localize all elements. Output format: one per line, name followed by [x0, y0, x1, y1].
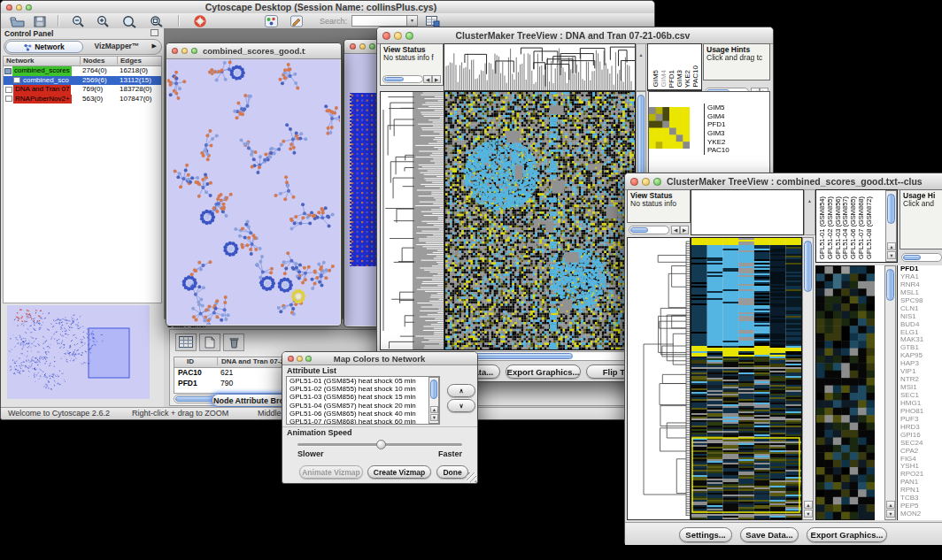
animate-vizmap-button[interactable]: Animate Vizmap	[299, 465, 363, 479]
minimize-icon[interactable]	[297, 356, 303, 362]
network-name[interactable]: combined_sco	[21, 76, 71, 86]
attribute-list-item[interactable]: GPL51-04 (GSM857) heat shock 20 min	[287, 402, 429, 410]
export-graphics-button[interactable]: Export Graphics...	[807, 527, 887, 542]
main-titlebar[interactable]: Cytoscape Desktop (Session Name: collins…	[1, 1, 654, 14]
move-up-button[interactable]: ∧	[447, 384, 475, 397]
gene-list-item[interactable]: PUF3	[898, 416, 942, 424]
dendrogram-scroll-strip[interactable]: ▲	[804, 189, 815, 235]
attribute-list-item[interactable]: GPL51-03 (GSM856) heat shock 15 min	[287, 393, 429, 401]
tab-vizmapper[interactable]: VizMapper™	[86, 40, 148, 52]
gene-label[interactable]: GIM5	[707, 104, 769, 112]
gene-label[interactable]: GIM3	[707, 129, 769, 138]
heatmap-vscrollbar[interactable]: ▲ ▼	[802, 237, 814, 520]
col-edges[interactable]: Edges	[117, 57, 142, 65]
create-vizmap-button[interactable]: Create Vizmap	[367, 465, 431, 479]
minimize-icon[interactable]	[181, 48, 188, 54]
attribute-list[interactable]: GPL51-01 (GSM854) heat shock 05 minGPL51…	[286, 376, 440, 425]
column-label[interactable]: GPL51-08 (GSM872)	[865, 196, 873, 259]
dendrogram-scroll-strip[interactable]: ▲	[636, 43, 646, 91]
minimize-icon[interactable]	[359, 43, 366, 50]
column-label[interactable]: GPL51-01 (GSM854)	[818, 196, 826, 259]
attribute-list-item[interactable]: GPL51-02 (GSM855) heat shock 10 min	[287, 385, 429, 393]
column-label[interactable]: GPL51-02 (GSM855)	[826, 196, 834, 259]
network-table-header[interactable]: Network Nodes Edges	[4, 57, 161, 66]
search-dropdown-icon[interactable]: ▼	[406, 15, 418, 27]
network-view-canvas[interactable]	[167, 59, 340, 325]
gene-name-list[interactable]: PFD1YRA1RNR4MSL1SPC98CLN1NIS1BUD4ELG1MAK…	[897, 265, 942, 520]
network-table-row[interactable]: DNA and Tran 07769(0)183728(0)	[4, 85, 161, 95]
col-network[interactable]: Network	[6, 57, 35, 65]
save-data-button[interactable]: Save Data...	[740, 527, 799, 542]
view-status-scrollbar[interactable]	[382, 75, 423, 83]
close-icon[interactable]	[382, 32, 390, 40]
gene-list-item[interactable]: RPO21	[898, 471, 942, 479]
gene-list-item[interactable]: HMG1	[898, 400, 942, 408]
move-down-button[interactable]: ∨	[447, 399, 475, 412]
close-icon[interactable]	[630, 178, 638, 186]
gene-list-item[interactable]: KAP95	[898, 352, 942, 360]
network1-titlebar[interactable]: combined_scores_good.txt--cluste...	[166, 43, 341, 59]
network-table-row[interactable]: RNAPuberNov2+563(0)107847(0)	[4, 95, 161, 104]
gene-list-item[interactable]: ELG1	[898, 329, 942, 337]
close-icon[interactable]	[6, 4, 12, 11]
minimize-icon[interactable]	[16, 4, 22, 11]
zoom-window-icon[interactable]	[26, 4, 32, 11]
dialog-titlebar[interactable]: Map Colors to Network	[282, 352, 477, 365]
gene-list-item[interactable]: FIG4	[898, 456, 942, 464]
scroll-left-icon[interactable]: ◀	[671, 226, 680, 234]
gene-list-item[interactable]: TCB3	[898, 495, 942, 502]
column-dendrogram[interactable]	[444, 43, 636, 91]
gene-list-item[interactable]: RPN1	[898, 487, 942, 495]
float-panel-icon[interactable]	[151, 29, 158, 36]
network-overview-thumbnail[interactable]	[7, 305, 150, 399]
attribute-table-icon[interactable]	[175, 334, 197, 351]
minimize-icon[interactable]	[394, 32, 402, 40]
zoom-window-icon[interactable]	[305, 356, 312, 362]
delete-attribute-icon[interactable]	[223, 334, 244, 351]
column-label[interactable]: GIM4	[660, 70, 668, 88]
gene-label[interactable]: YKE2	[707, 138, 769, 147]
gene-list-item[interactable]: PEP5	[898, 502, 942, 510]
gene-list-item[interactable]: SEC24	[898, 440, 942, 448]
zoom-window-icon[interactable]	[405, 32, 413, 40]
close-icon[interactable]	[288, 356, 294, 362]
resize-grip[interactable]	[467, 472, 476, 482]
column-label[interactable]: PFD1	[668, 70, 676, 88]
gene-list-item[interactable]: PFD1	[898, 265, 942, 273]
zoom-window-icon[interactable]	[369, 43, 375, 50]
close-icon[interactable]	[172, 48, 178, 54]
zoom-window-icon[interactable]	[191, 48, 197, 54]
gene-list-item[interactable]: RNR4	[898, 281, 942, 289]
network2-dense-grid[interactable]	[350, 93, 380, 266]
network-name[interactable]: RNAPuberNov2+	[13, 95, 72, 104]
row-dendrogram[interactable]	[380, 91, 444, 350]
attribute-list-item[interactable]: GPL51-07 (GSM868) heat shock 60 min	[287, 418, 429, 425]
gene-list-item[interactable]: MSI1	[898, 384, 942, 392]
gene-list-item[interactable]: CPA2	[898, 448, 942, 456]
slider-thumb[interactable]	[376, 440, 386, 449]
row-dendrogram[interactable]	[627, 237, 691, 520]
gene-list-item[interactable]: VIP1	[898, 368, 942, 376]
search-input[interactable]	[351, 15, 408, 27]
gene-list-item[interactable]: PHO81	[898, 408, 942, 416]
col-id[interactable]: ID	[187, 357, 194, 365]
done-button[interactable]: Done	[436, 465, 468, 479]
network-table-row[interactable]: combined_sco2569(6)13112(15)	[4, 76, 161, 86]
gene-list-item[interactable]: GPI16	[898, 432, 942, 440]
col-nodes[interactable]: Nodes	[80, 57, 104, 65]
gene-list-item[interactable]: MON2	[898, 510, 942, 518]
settings-button[interactable]: Settings...	[679, 527, 732, 542]
gene-list-item[interactable]: HRD3	[898, 424, 942, 432]
column-label[interactable]: GPL51-06 (GSM865)	[849, 196, 857, 259]
network-name[interactable]: DNA and Tran 07	[13, 85, 71, 95]
scroll-left-icon[interactable]: ◀	[423, 75, 432, 83]
selected-cluster-heatmap[interactable]	[815, 265, 876, 520]
gene-list-item[interactable]: GTB1	[898, 344, 942, 352]
column-labels-scrollbar[interactable]: ▲ ▼	[885, 190, 897, 262]
column-label[interactable]: YKE2	[683, 70, 691, 88]
new-attribute-icon[interactable]	[199, 334, 220, 351]
gene-list-item[interactable]: YRA1	[898, 273, 942, 281]
gene-list-item[interactable]: SPC98	[898, 297, 942, 305]
gene-list-item[interactable]: NIS1	[898, 313, 942, 321]
column-label[interactable]: GIM3	[676, 70, 683, 88]
